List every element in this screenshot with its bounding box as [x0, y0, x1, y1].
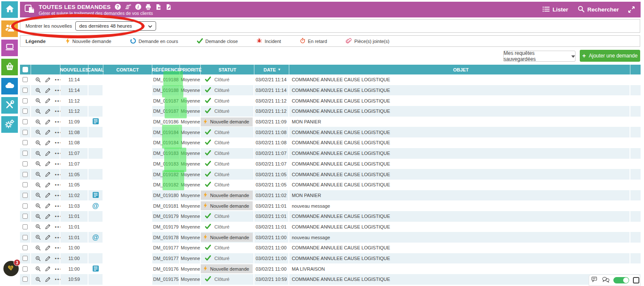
row-checkbox[interactable]: [23, 193, 28, 198]
print-icon[interactable]: [145, 4, 151, 10]
view-icon[interactable]: [35, 98, 41, 103]
view-icon[interactable]: [35, 235, 41, 240]
hierarchy-icon[interactable]: [125, 4, 131, 10]
sidebar-item-contacts[interactable]: [1, 20, 18, 37]
row-checkbox[interactable]: [23, 214, 28, 219]
new-requests-filter-select[interactable]: des dernières 48 heures: [75, 21, 156, 31]
edit-icon[interactable]: [45, 119, 51, 125]
sidebar-item-cloud[interactable]: [1, 78, 18, 94]
edit-icon[interactable]: [45, 182, 51, 188]
row-checkbox[interactable]: [23, 98, 28, 103]
edit-icon[interactable]: [45, 224, 51, 229]
view-icon[interactable]: [35, 172, 41, 177]
expand-icon[interactable]: [628, 6, 635, 13]
view-icon[interactable]: [35, 256, 41, 261]
view-icon[interactable]: [35, 129, 41, 135]
view-icon[interactable]: [35, 119, 41, 125]
edit-icon[interactable]: [45, 277, 51, 282]
edit-doc-icon[interactable]: [165, 4, 172, 10]
row-checkbox[interactable]: [23, 130, 28, 135]
edit-icon[interactable]: [45, 235, 51, 240]
edit-icon[interactable]: [45, 266, 51, 272]
request-date: 03/02/21 11:08: [256, 130, 287, 135]
row-checkbox[interactable]: [23, 151, 28, 156]
edit-icon[interactable]: [45, 151, 51, 156]
edit-icon[interactable]: [45, 256, 51, 261]
edit-icon[interactable]: [45, 98, 51, 103]
sidebar-item-tools[interactable]: [1, 97, 18, 114]
edit-icon[interactable]: [45, 172, 51, 177]
col-objet[interactable]: OBJET: [289, 65, 630, 74]
edit-icon[interactable]: [45, 245, 51, 251]
saved-queries-button[interactable]: Mes requêtes sauvegardées: [503, 51, 576, 62]
edit-icon[interactable]: [45, 192, 51, 198]
row-checkbox[interactable]: [23, 224, 28, 229]
edit-icon[interactable]: [45, 214, 51, 219]
lister-button[interactable]: Lister: [542, 6, 568, 14]
view-icon[interactable]: [35, 151, 41, 156]
edit-icon[interactable]: [45, 77, 51, 83]
availability-toggle[interactable]: [613, 277, 629, 283]
view-icon[interactable]: [35, 245, 41, 251]
square-button[interactable]: [633, 277, 639, 283]
row-checkbox[interactable]: [23, 245, 28, 250]
row-checkbox[interactable]: [23, 203, 28, 209]
edit-icon[interactable]: [45, 88, 51, 93]
feedback-bubble[interactable]: 3: [3, 261, 19, 276]
info-icon[interactable]: i: [135, 4, 141, 10]
chat-lines-icon[interactable]: [590, 277, 598, 284]
view-icon[interactable]: [35, 109, 41, 114]
row-checkbox[interactable]: [23, 77, 28, 82]
status-badge-new: Nouvelle demande: [201, 191, 253, 200]
col-date[interactable]: DATE▼: [254, 65, 289, 74]
view-icon[interactable]: [35, 203, 41, 209]
view-icon[interactable]: [35, 192, 41, 198]
view-icon[interactable]: [35, 140, 41, 146]
sidebar-item-devices[interactable]: [1, 40, 18, 56]
col-canal[interactable]: CANAL: [88, 65, 103, 74]
sidebar-item-home[interactable]: [1, 1, 18, 18]
row-checkbox[interactable]: [23, 119, 28, 124]
row-checkbox[interactable]: [23, 277, 28, 282]
sidebar-item-orders[interactable]: [1, 59, 18, 75]
chat-bubbles-icon[interactable]: [602, 277, 610, 284]
table-row: ••• 11:00 @ DM_019177 Moyenne Nouvelle d…: [20, 243, 641, 253]
view-icon[interactable]: [35, 77, 41, 83]
row-checkbox[interactable]: [23, 182, 28, 187]
edit-icon[interactable]: [45, 203, 51, 209]
row-checkbox[interactable]: [23, 172, 28, 177]
col-contact[interactable]: CONTACT: [103, 65, 152, 74]
edit-icon[interactable]: [45, 129, 51, 135]
request-subject: COMMANDE ANNULEE CAUSE LOGISTIQUE: [292, 182, 390, 187]
col-reference[interactable]: RÉFÉRENCE: [152, 65, 180, 74]
row-checkbox[interactable]: [23, 266, 28, 272]
select-all-checkbox[interactable]: [20, 65, 31, 74]
row-checkbox[interactable]: [23, 256, 28, 261]
edit-icon[interactable]: [45, 161, 51, 166]
row-checkbox[interactable]: [23, 161, 28, 166]
view-icon[interactable]: [35, 182, 41, 188]
row-checkbox[interactable]: [23, 109, 28, 114]
rechercher-button[interactable]: Rechercher: [578, 6, 619, 14]
view-icon[interactable]: [35, 266, 41, 272]
row-checkbox[interactable]: [23, 235, 28, 240]
view-icon[interactable]: [35, 214, 41, 219]
contact-cell-redacted: [103, 180, 152, 190]
sidebar-item-settings[interactable]: [1, 116, 18, 133]
requests-table: NOUVELLES CANAL CONTACT RÉFÉRENCE PRIORI…: [20, 65, 641, 285]
export-doc-icon[interactable]: [155, 4, 162, 10]
view-icon[interactable]: [35, 224, 41, 229]
col-statut[interactable]: STATUT: [201, 65, 254, 74]
row-checkbox[interactable]: [23, 88, 28, 93]
edit-icon[interactable]: [45, 109, 51, 114]
new-time: 11:03: [68, 203, 80, 209]
edit-icon[interactable]: [45, 140, 51, 146]
add-request-button[interactable]: + Ajouter une demande: [580, 50, 640, 62]
col-nouvelles[interactable]: NOUVELLES: [60, 65, 88, 74]
col-priorite[interactable]: PRIORITÉ: [180, 65, 201, 74]
help-icon[interactable]: ?: [114, 4, 121, 10]
row-checkbox[interactable]: [23, 140, 28, 145]
view-icon[interactable]: [35, 161, 41, 166]
view-icon[interactable]: [35, 88, 41, 93]
view-icon[interactable]: [35, 277, 41, 282]
